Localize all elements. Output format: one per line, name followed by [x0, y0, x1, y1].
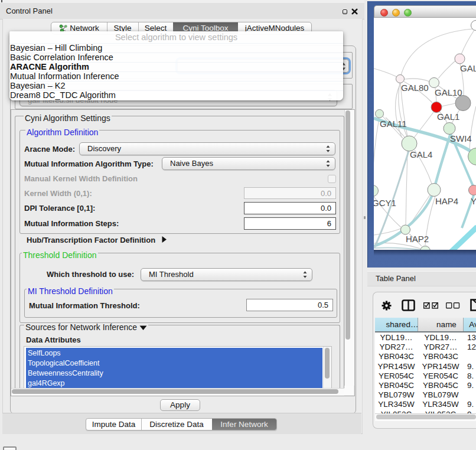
svg-text:GAL1: GAL1	[437, 112, 459, 122]
svg-text:GCY1: GCY1	[374, 198, 396, 208]
svg-text:HAP2: HAP2	[406, 234, 429, 244]
svg-text:GAL: GAL	[460, 63, 476, 73]
svg-text:GAL11: GAL11	[380, 119, 407, 129]
svg-text:Y: Y	[471, 196, 476, 206]
svg-text:GAL80: GAL80	[401, 83, 429, 93]
svg-text:GAL10: GAL10	[435, 87, 462, 97]
svg-text:SWI4: SWI4	[450, 133, 472, 144]
svg-text:GAL4: GAL4	[410, 149, 432, 159]
svg-text:HAP4: HAP4	[435, 196, 458, 206]
